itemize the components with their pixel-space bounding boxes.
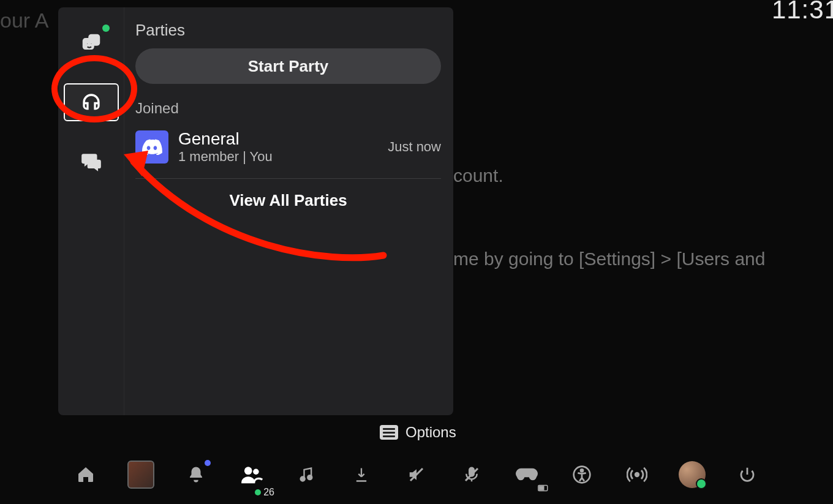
party-name: General [178,129,378,149]
dock-sound-muted-icon[interactable] [403,461,430,488]
notification-dot [205,460,211,466]
party-time: Just now [388,139,441,155]
party-item[interactable]: General 1 member | You Just now [135,126,441,173]
bg-line1-fragment: count. [453,165,503,186]
discord-icon [135,130,168,164]
dock-broadcast-icon[interactable] [624,461,650,488]
svg-point-16 [635,473,639,476]
svg-point-2 [86,43,88,45]
party-subtitle: 1 member | You [178,149,378,165]
bg-line2-fragment: me by going to [Settings] > [Users and [453,249,765,269]
panel-rail [58,7,124,415]
options-button-icon [380,425,398,440]
svg-point-15 [581,469,583,472]
svg-point-6 [253,469,259,475]
rail-messages-icon[interactable] [77,147,106,176]
dock-controller-icon[interactable] [513,461,540,488]
panel-content: Parties Start Party Joined General 1 mem… [124,7,453,415]
online-status-dot [102,24,110,32]
joined-label: Joined [135,100,441,117]
rail-friends-icon[interactable] [77,28,106,58]
start-party-button[interactable]: Start Party [135,48,441,84]
dock-friends-icon[interactable]: 26 [238,461,265,488]
dock-mic-muted-icon[interactable] [458,461,485,488]
bg-title-fragment: our A [0,9,48,32]
svg-point-3 [90,43,92,45]
svg-point-8 [307,475,312,480]
dock-download-icon[interactable] [348,461,375,488]
parties-panel: Parties Start Party Joined General 1 mem… [58,7,453,415]
dock-music-icon[interactable] [293,461,320,488]
options-hint: Options [380,424,456,441]
control-center-dock: 26 [0,456,833,493]
svg-point-5 [244,467,252,475]
dock-notifications-icon[interactable] [183,461,209,488]
friends-count: 26 [255,487,274,498]
clock: 11:31 [772,0,833,24]
options-label: Options [405,424,456,441]
dock-profile-avatar[interactable] [679,461,706,488]
panel-title: Parties [135,21,441,40]
svg-rect-13 [539,486,544,490]
view-all-parties-button[interactable]: View All Parties [135,185,441,216]
dock-power-icon[interactable] [734,461,761,488]
divider [135,178,441,179]
dock-game-thumb[interactable] [127,461,154,488]
dock-home-icon[interactable] [72,461,99,488]
svg-point-7 [301,477,305,481]
dock-accessibility-icon[interactable] [568,461,595,488]
rail-parties-icon[interactable] [64,83,119,121]
